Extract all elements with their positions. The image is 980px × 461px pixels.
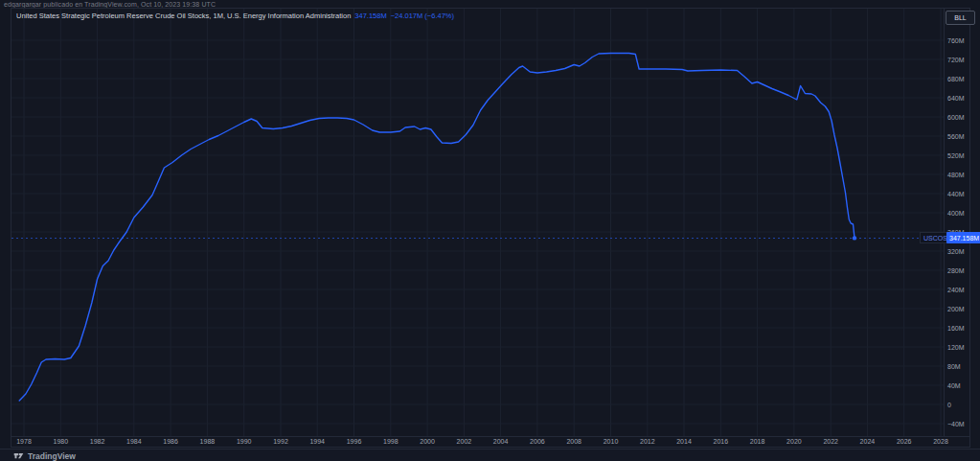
time-tick-label: 2000 <box>420 438 435 445</box>
price-tick-label: 560M <box>947 133 965 140</box>
legend-change: −24.017M (−6.47%) <box>391 12 454 20</box>
price-tick-label: 160M <box>947 325 965 332</box>
price-axis-separator <box>944 9 945 436</box>
time-tick-label: 2014 <box>676 438 692 445</box>
time-tick-label: 1982 <box>90 438 105 445</box>
time-tick-label: 1986 <box>163 438 178 445</box>
time-tick-label: 2004 <box>493 438 509 445</box>
time-tick-label: 1994 <box>309 438 325 445</box>
legend-title[interactable]: United States Strategic Petroleum Reserv… <box>16 12 351 20</box>
price-tick-label: 240M <box>947 287 965 293</box>
price-tick-label: 600M <box>947 114 965 121</box>
time-tick-label: 1980 <box>54 438 69 445</box>
time-tick-label: 1990 <box>237 438 252 445</box>
time-tick-label: 1992 <box>273 438 288 445</box>
unit-bll-button[interactable]: BLL <box>946 11 975 25</box>
time-tick-label: 2008 <box>566 438 581 445</box>
time-tick-label: 2024 <box>860 438 876 445</box>
time-tick-label: 1984 <box>126 438 142 445</box>
price-tick-label: 280M <box>947 267 965 274</box>
time-tick-label: 2010 <box>604 438 619 445</box>
price-tick-label: 680M <box>947 76 965 82</box>
price-tick-label: 440M <box>947 191 965 197</box>
last-value-dot <box>853 236 856 240</box>
time-tick-label: 1996 <box>347 438 362 445</box>
time-tick-label: 2006 <box>530 438 545 445</box>
tradingview-logo-text: TradingView <box>28 451 76 461</box>
time-tick-label: 1988 <box>200 438 216 445</box>
legend: United States Strategic Petroleum Reserv… <box>16 12 454 20</box>
price-tick-label: 80M <box>947 363 961 370</box>
time-tick-label: 1998 <box>383 438 399 445</box>
price-tick-label: 480M <box>947 172 965 178</box>
time-tick-label: 2020 <box>786 438 802 445</box>
vertical-gridlines <box>24 9 941 436</box>
price-tick-label: 120M <box>947 344 965 351</box>
price-tick-label: −40M <box>947 421 965 427</box>
time-tick-label: 1978 <box>16 438 32 445</box>
time-tick-label: 2022 <box>823 438 838 445</box>
last-price-axis-badge: 347.158M <box>946 232 980 243</box>
time-tick-label: 2018 <box>750 438 765 445</box>
price-tick-label: 720M <box>947 57 965 63</box>
price-tick-label: 0 <box>947 402 951 408</box>
price-tick-label: 760M <box>947 37 965 44</box>
chart-pane[interactable] <box>0 0 980 461</box>
tradingview-logo[interactable]: TradingView <box>13 450 76 461</box>
series-line[interactable] <box>19 54 855 402</box>
price-tick-label: 400M <box>947 210 965 217</box>
price-tick-label: 520M <box>947 152 965 159</box>
time-axis-separator <box>11 436 970 437</box>
time-tick-label: 2016 <box>714 438 729 445</box>
bottom-toolbar: TradingView <box>0 449 980 461</box>
time-tick-label: 2028 <box>933 438 948 445</box>
price-tick-label: 40M <box>947 382 961 389</box>
time-tick-label: 2002 <box>457 438 472 445</box>
time-tick-label: 2012 <box>640 438 655 445</box>
time-tick-label: 2026 <box>897 438 912 445</box>
tradingview-logo-icon <box>13 450 24 461</box>
horizontal-gridlines <box>11 40 944 424</box>
legend-last-value: 347.158M <box>354 12 386 20</box>
price-tick-label: 640M <box>947 95 965 102</box>
tradingview-snapshot: edgargargar publicado en TradingView.com… <box>0 0 980 461</box>
price-tick-label: 320M <box>947 248 965 255</box>
price-tick-label: 200M <box>947 306 965 312</box>
